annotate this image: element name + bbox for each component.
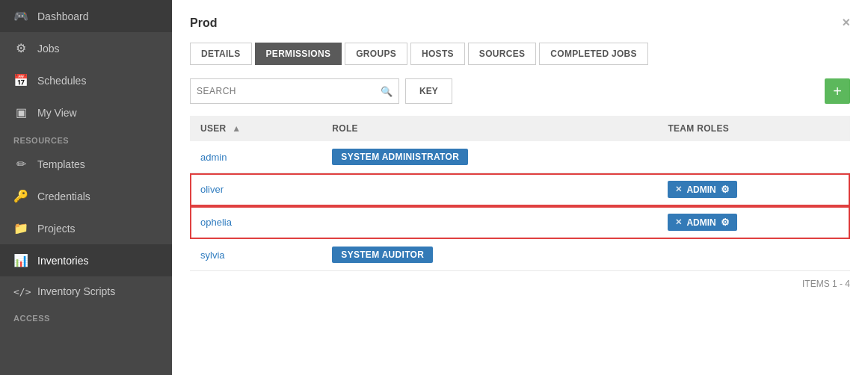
tab-details[interactable]: DETAILS — [190, 43, 252, 65]
table-row: admin SYSTEM ADMINISTRATOR — [190, 141, 850, 173]
credentials-icon: 🔑 — [13, 189, 28, 203]
add-button[interactable]: + — [825, 78, 850, 104]
user-link[interactable]: admin — [200, 152, 227, 163]
items-count-label: ITEMS 1 - 4 — [190, 271, 850, 289]
jobs-icon: ⚙ — [13, 41, 28, 55]
permissions-table: USER ▲ ROLE TEAM ROLES admin SYSTEM ADMI… — [190, 116, 850, 271]
user-cell: oliver — [190, 173, 321, 206]
modal-header: Prod × — [190, 15, 850, 31]
sort-arrow-icon: ▲ — [232, 123, 241, 134]
col-role: ROLE — [321, 116, 657, 141]
table-row: sylvia SYSTEM AUDITOR — [190, 239, 850, 271]
user-cell: ophelia — [190, 206, 321, 239]
team-role-badge: ✕ ADMIN ⚙ — [668, 214, 736, 231]
sidebar-item-templates[interactable]: ✏ Templates — [0, 148, 172, 180]
sidebar-item-label: Credentials — [37, 190, 90, 202]
role-cell — [321, 173, 657, 206]
access-section-label: ACCESS — [0, 306, 172, 326]
tab-hosts[interactable]: HOSTS — [410, 43, 465, 65]
dashboard-icon: 🎮 — [13, 9, 28, 23]
gear-icon[interactable]: ⚙ — [721, 184, 730, 195]
role-badge: SYSTEM ADMINISTRATOR — [332, 149, 468, 165]
table-row: ophelia ✕ ADMIN ⚙ — [190, 206, 850, 239]
sidebar-item-label: Schedules — [37, 75, 86, 87]
role-cell — [321, 206, 657, 239]
role-cell: SYSTEM AUDITOR — [321, 239, 657, 271]
user-cell: admin — [190, 141, 321, 173]
tab-bar: DETAILS PERMISSIONS GROUPS HOSTS SOURCES… — [190, 43, 850, 65]
sidebar-item-label: Jobs — [37, 43, 60, 55]
sidebar-item-dashboard[interactable]: 🎮 Dashboard — [0, 0, 172, 32]
team-roles-cell — [657, 239, 850, 271]
sidebar-item-label: My View — [37, 107, 77, 119]
schedules-icon: 📅 — [13, 73, 28, 87]
gear-icon[interactable]: ⚙ — [721, 217, 730, 228]
sidebar-item-projects[interactable]: 📁 Projects — [0, 212, 172, 244]
remove-team-role-button[interactable]: ✕ — [675, 217, 682, 227]
inventories-icon: 📊 — [13, 253, 28, 267]
col-user: USER ▲ — [190, 116, 321, 141]
sidebar-item-label: Templates — [37, 158, 85, 170]
role-cell: SYSTEM ADMINISTRATOR — [321, 141, 657, 173]
sidebar-item-schedules[interactable]: 📅 Schedules — [0, 64, 172, 96]
resources-section-label: RESOURCES — [0, 128, 172, 148]
myview-icon: ▣ — [13, 105, 28, 120]
user-link[interactable]: sylvia — [200, 250, 225, 261]
search-input[interactable] — [197, 86, 381, 96]
sidebar: 🎮 Dashboard ⚙ Jobs 📅 Schedules ▣ My View… — [0, 0, 172, 375]
user-cell: sylvia — [190, 239, 321, 271]
sidebar-item-inventory-scripts[interactable]: </> Inventory Scripts — [0, 276, 172, 306]
sidebar-item-label: Dashboard — [37, 10, 89, 22]
sidebar-item-credentials[interactable]: 🔑 Credentials — [0, 180, 172, 212]
modal-title: Prod — [190, 16, 217, 30]
tab-completed-jobs[interactable]: COMPLETED JOBS — [539, 43, 648, 65]
sidebar-item-jobs[interactable]: ⚙ Jobs — [0, 32, 172, 64]
team-role-badge: ✕ ADMIN ⚙ — [668, 181, 736, 198]
search-input-wrap[interactable]: 🔍 — [190, 78, 399, 104]
modal-close-button[interactable]: × — [842, 15, 850, 31]
team-roles-cell: ✕ ADMIN ⚙ — [657, 173, 850, 206]
sidebar-item-label: Inventory Scripts — [37, 285, 115, 297]
sidebar-item-inventories[interactable]: 📊 Inventories — [0, 244, 172, 276]
sidebar-item-label: Inventories — [37, 255, 88, 267]
main-content: Prod × DETAILS PERMISSIONS GROUPS HOSTS … — [172, 0, 868, 375]
team-roles-cell — [657, 141, 850, 173]
tab-sources[interactable]: SOURCES — [468, 43, 536, 65]
role-badge: SYSTEM AUDITOR — [332, 247, 433, 263]
inventory-scripts-icon: </> — [13, 286, 28, 297]
sidebar-item-label: Projects — [37, 223, 76, 235]
user-link[interactable]: ophelia — [200, 217, 232, 228]
tab-groups[interactable]: GROUPS — [345, 43, 407, 65]
table-row: oliver ✕ ADMIN ⚙ — [190, 173, 850, 206]
table-header-row: USER ▲ ROLE TEAM ROLES — [190, 116, 850, 141]
team-role-label: ADMIN — [686, 217, 715, 228]
search-icon: 🔍 — [381, 86, 393, 97]
search-row: 🔍 KEY + — [190, 78, 850, 104]
col-team-roles: TEAM ROLES — [657, 116, 850, 141]
templates-icon: ✏ — [13, 157, 28, 171]
projects-icon: 📁 — [13, 221, 28, 235]
remove-team-role-button[interactable]: ✕ — [675, 185, 682, 194]
user-link[interactable]: oliver — [200, 184, 224, 195]
sidebar-item-myview[interactable]: ▣ My View — [0, 96, 172, 128]
team-roles-cell: ✕ ADMIN ⚙ — [657, 206, 850, 239]
tab-permissions[interactable]: PERMISSIONS — [255, 43, 342, 65]
key-button[interactable]: KEY — [405, 78, 452, 104]
team-role-label: ADMIN — [686, 185, 715, 195]
